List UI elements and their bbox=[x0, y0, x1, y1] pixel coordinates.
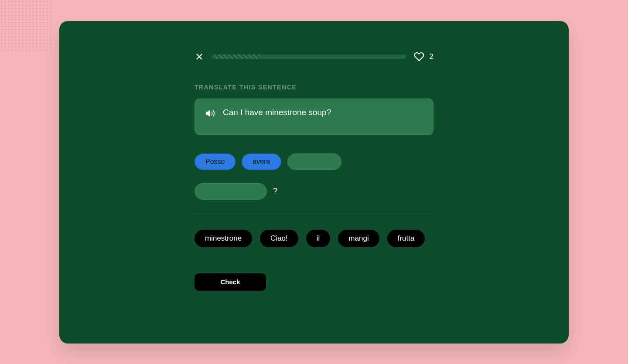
bank-word[interactable]: mangi bbox=[338, 230, 379, 247]
divider bbox=[195, 213, 433, 213]
bank-word[interactable]: Ciao! bbox=[260, 230, 298, 247]
word-bank: minestrone Ciao! il mangi frutta bbox=[195, 230, 433, 247]
close-button[interactable] bbox=[195, 52, 204, 61]
prompt-box: Can I have minestrone soup? bbox=[195, 99, 433, 135]
prompt-sentence: Can I have minestrone soup? bbox=[223, 108, 331, 117]
instruction-label: TRANSLATE THIS SENTENCE bbox=[195, 84, 433, 91]
answer-word[interactable]: avere bbox=[242, 153, 281, 170]
answer-word[interactable]: Posso bbox=[195, 153, 236, 170]
heart-icon bbox=[414, 51, 424, 62]
answer-punctuation: ? bbox=[273, 187, 277, 196]
progress-fill bbox=[212, 54, 260, 59]
answer-slot-empty[interactable] bbox=[287, 153, 341, 170]
answer-slot-empty[interactable] bbox=[195, 183, 267, 200]
speaker-icon bbox=[205, 109, 215, 118]
lives-count: 2 bbox=[430, 52, 433, 61]
lives-indicator: 2 bbox=[414, 51, 433, 62]
header-row: 2 bbox=[195, 51, 433, 62]
progress-bar bbox=[212, 54, 406, 59]
svg-marker-2 bbox=[206, 110, 210, 116]
audio-button[interactable] bbox=[205, 109, 215, 120]
lesson-card: 2 TRANSLATE THIS SENTENCE Can I have min… bbox=[59, 21, 569, 344]
answer-area-row2: ? bbox=[195, 183, 433, 200]
answer-area-row1: Posso avere bbox=[195, 153, 433, 170]
bank-word[interactable]: frutta bbox=[387, 230, 425, 247]
check-button[interactable]: Check bbox=[195, 273, 266, 291]
bank-word[interactable]: minestrone bbox=[195, 230, 252, 247]
bank-word[interactable]: il bbox=[306, 230, 331, 247]
close-icon bbox=[195, 52, 204, 61]
